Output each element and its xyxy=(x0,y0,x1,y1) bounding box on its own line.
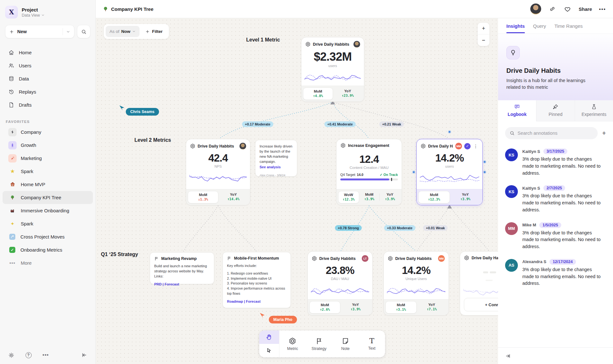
share-button[interactable]: Share xyxy=(579,6,592,12)
metric-hexagon-icon xyxy=(340,143,346,148)
owner-initials-badge[interactable]: LT xyxy=(362,255,368,262)
annotation-item[interactable]: AS Alexandra S 12/17/2024 3% drop likely… xyxy=(498,259,613,287)
strategy-list-item: 4. Improve performance metrics across to… xyxy=(227,286,286,296)
yoy-stat[interactable]: YoY ↑3.9% xyxy=(380,191,400,203)
metric-card-dau-mau[interactable]: Drive Daily Habbits LT 23.8% DAU / MAU M… xyxy=(307,251,373,315)
rocket-icon xyxy=(8,141,17,149)
tab-insights[interactable]: Insights xyxy=(506,19,525,33)
selection-handle[interactable] xyxy=(483,161,486,163)
project-view-selector[interactable]: Data View xyxy=(22,13,45,18)
sidebar-item-onboarding-metrics[interactable]: ✓ Onboarding Metrics xyxy=(3,243,93,256)
text-tool-button[interactable]: T Text xyxy=(359,330,385,357)
subtab-logbook[interactable]: Logbook xyxy=(498,100,536,121)
selection-handle[interactable] xyxy=(448,131,451,133)
owner-avatar[interactable] xyxy=(353,41,360,48)
sidebar-item-company[interactable]: Company xyxy=(3,125,93,139)
note-body: Increase likely driven by the launch of … xyxy=(260,144,293,164)
stat-value: ↓1.3% xyxy=(188,197,218,201)
more-menu-button[interactable]: ••• xyxy=(599,6,606,12)
more-options-button[interactable]: ••• xyxy=(42,351,50,359)
annotation-item[interactable]: KS Kaitlyn S 3/17/2025 3% drop likely du… xyxy=(498,148,613,177)
new-button[interactable]: New xyxy=(5,25,74,38)
stat-label: YoY xyxy=(417,303,447,307)
kpi-tree-canvas[interactable]: As of Now Filter + − Level 1 Me xyxy=(96,18,498,364)
metric-card-selected[interactable]: Drive Daily Habb.. MM ✓ ⋮ 14.2% users Mo… xyxy=(416,139,483,205)
note-tool-button[interactable]: Note xyxy=(332,330,359,357)
sidebar-item-cross-project-moves[interactable]: Cross Project Moves xyxy=(3,230,93,243)
mom-stat[interactable]: MoM ↑4.8% xyxy=(303,87,333,100)
kebab-menu-button[interactable]: ⋮ xyxy=(473,144,479,148)
sidebar-item-more[interactable]: ••• More xyxy=(3,256,93,269)
collaborator-name-pill: Chris Seams xyxy=(126,108,159,116)
annotation-item[interactable]: MM Mike M 1/5/2025 3% drop likely due to… xyxy=(498,222,613,250)
project-switcher[interactable]: X Project Data View xyxy=(0,0,95,22)
sidebar-item-immersive-onboarding[interactable]: Immersive Onboarding xyxy=(3,204,93,217)
select-tool-button[interactable] xyxy=(259,344,279,357)
search-button[interactable] xyxy=(77,25,90,38)
yoy-stat[interactable]: YoY ↑23.9% xyxy=(333,87,362,100)
mom-stat[interactable]: MoM ↑2.6% xyxy=(309,301,340,314)
metric-card-unique-users[interactable]: Drive Daily Habbits MM 14.2% Unique User… xyxy=(383,251,449,315)
metric-tool-button[interactable]: Metric xyxy=(279,330,306,357)
sidebar-item-spark-2[interactable]: ✦ Spark xyxy=(3,217,93,230)
metric-card-drive-daily-habits-l1[interactable]: Drive Daily Habbits $2.32M users MoM ↑4.… xyxy=(301,37,364,102)
analysis-note-card[interactable]: Increase likely driven by the launch of … xyxy=(255,140,297,177)
yoy-stat[interactable]: YoY ↑3.9% xyxy=(340,301,371,314)
sidebar-item-replays[interactable]: Replays xyxy=(0,85,95,98)
search-annotations-input[interactable]: Search annotations xyxy=(505,127,598,139)
metric-card-partial[interactable]: Drive Daily Hab + Connect xyxy=(460,251,498,315)
strategy-card-mobile-first[interactable]: Mobile-First Momentum Key efforts includ… xyxy=(223,252,291,308)
favorite-heart-button[interactable] xyxy=(564,5,572,13)
copy-link-button[interactable] xyxy=(548,5,556,13)
owner-avatar[interactable] xyxy=(239,143,246,149)
chevron-down-icon[interactable] xyxy=(66,30,70,34)
sidebar-item-spark[interactable]: ★ Spark xyxy=(3,165,93,178)
collapse-sidebar-button[interactable] xyxy=(80,351,88,359)
strategy-tool-button[interactable]: Strategy xyxy=(306,330,332,357)
filter-button[interactable]: Filter xyxy=(141,29,167,34)
zoom-in-button[interactable]: + xyxy=(478,23,489,34)
tab-query[interactable]: Query xyxy=(533,19,546,33)
sidebar-item-users[interactable]: Users xyxy=(0,59,95,72)
sidebar-item-marketing[interactable]: Marketing xyxy=(3,152,93,165)
annotation-item[interactable]: KS Kaitlyn S 2/7/2025 3% drop likely due… xyxy=(498,185,613,213)
sidebar-item-drafts[interactable]: Drafts xyxy=(0,98,95,111)
insight-title: Drive Daily Habits xyxy=(506,67,605,74)
mom-stat[interactable]: MoM ↑12.3% xyxy=(418,191,450,203)
owner-initials-badge[interactable]: MM xyxy=(438,255,445,262)
metric-card-nps[interactable]: Drive Daily Habbits 42.4 NPS MoM ↓1.3% Y… xyxy=(186,139,250,205)
sidebar-item-company-kpi-tree[interactable]: Company KPI Tree xyxy=(3,191,93,204)
strategy-card-marketing-revamp[interactable]: Marketing Revamp Build and launch a new … xyxy=(150,252,214,284)
as-of-selector[interactable]: As of Now xyxy=(106,26,140,37)
settings-button[interactable] xyxy=(7,351,15,359)
house-icon xyxy=(8,180,17,189)
sidebar-item-home-mvp[interactable]: Home MVP xyxy=(3,178,93,191)
metric-card-increase-engagement[interactable]: Increase Engagement 12.4 Content Creatio… xyxy=(336,139,402,205)
strategy-links[interactable]: Roadmap | Forecast xyxy=(227,300,286,303)
mom-stat[interactable]: MoM ↑3.1% xyxy=(385,301,417,314)
help-button[interactable]: ? xyxy=(24,351,33,359)
mom-stat[interactable]: MoM ↓1.3% xyxy=(188,191,218,203)
sidebar-item-home[interactable]: Home xyxy=(0,46,95,59)
zoom-out-button[interactable]: − xyxy=(478,34,489,46)
yoy-stat[interactable]: YoY ↑14.4% xyxy=(218,191,248,203)
sidebar-item-data[interactable]: Data xyxy=(0,72,95,85)
selection-handle[interactable] xyxy=(483,171,486,173)
connect-button[interactable]: + Connect xyxy=(464,298,498,311)
tab-time-ranges[interactable]: Time Ranges xyxy=(554,19,583,33)
user-avatar[interactable] xyxy=(530,4,541,14)
selection-handle[interactable] xyxy=(412,171,415,173)
pan-tool-button[interactable] xyxy=(259,330,279,344)
sidebar-item-growth[interactable]: Growth xyxy=(3,139,93,152)
owner-initials-badge[interactable]: MM xyxy=(455,143,462,149)
strategy-links[interactable]: PRD | Forecast xyxy=(154,282,210,286)
mom-stat[interactable]: MoM ↑3.9% xyxy=(359,191,380,203)
yoy-stat[interactable]: YoY ↑7.1% xyxy=(417,301,447,314)
see-analysis-link[interactable]: See analysis xyxy=(260,165,293,169)
collapse-panel-button[interactable] xyxy=(504,352,512,360)
wow-stat[interactable]: WoW ↑12.3% xyxy=(338,191,359,203)
add-annotation-button[interactable]: + xyxy=(602,129,606,137)
subtab-pinned[interactable]: Pinned xyxy=(536,100,574,121)
yoy-stat[interactable]: YoY ↑3.9% xyxy=(450,191,481,203)
subtab-experiments[interactable]: Experiments xyxy=(575,100,613,121)
